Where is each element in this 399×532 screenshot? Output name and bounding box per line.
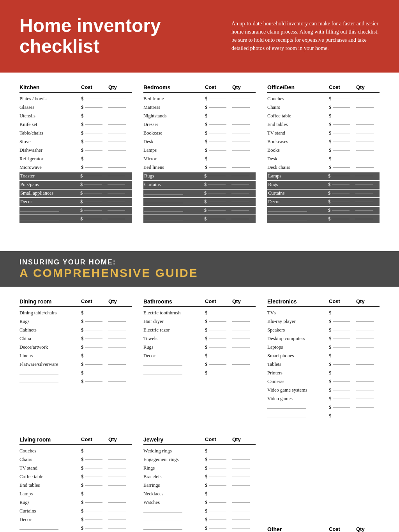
living-items: Couches$ Chairs$ TV stand$ Coffee table$… [19,447,132,532]
list-item: Flatware/silverware$ [19,361,132,369]
header: Home inventory checklist An up-to-date h… [0,0,399,73]
list-item: Bed linens$ [143,164,256,172]
list-item: Small appliances$ [19,190,132,197]
list-item: TVs$ [267,309,380,317]
list-item: Wedding rings$ [143,447,256,455]
list-item: Couches$ [267,95,380,103]
banner: INSURING YOUR HOME: A COMPREHENSIVE GUID… [0,251,399,287]
bedrooms-qty-label: Qty [232,84,256,90]
list-item: Bookcases$ [267,138,380,146]
list-item: China$ [19,335,132,343]
list-item: Linens$ [19,352,132,360]
list-item: $ [143,361,256,369]
list-item: $ [267,207,380,215]
list-item: $ [19,215,132,223]
list-item: Towels$ [143,335,256,343]
list-item: Chairs$ [267,104,380,112]
office-qty-label: Qty [356,84,380,90]
list-item: Lamps$ [267,172,380,180]
living-section: Living room Cost Qty Couches$ Chairs$ TV… [19,436,132,532]
list-item: Speakers$ [267,326,380,334]
list-item: Plates / bowls$ [19,95,132,103]
list-item: Coffee table$ [267,112,380,120]
bedrooms-cost-label: Cost [205,84,232,90]
list-item: Bed frame$ [143,95,256,103]
list-item: End tables$ [19,482,132,489]
list-item: Mattress$ [143,104,256,112]
list-item: Knife set$ [19,121,132,129]
list-item: Electric toothbrush$ [143,309,256,317]
header-title: Home inventory checklist [19,16,208,57]
top-grid: Kitchen Cost Qty Plates / bowls$ Glasses… [19,84,380,236]
list-item: TV stand$ [19,465,132,472]
list-item: Cameras$ [267,378,380,386]
other-cost-label: Cost [329,526,356,532]
list-item: $ [143,525,256,532]
living-cost-label: Cost [81,436,108,443]
bathrooms-cost-label: Cost [205,298,232,305]
electronics-qty-label: Qty [356,298,380,305]
jewelry-qty-label: Qty [232,436,256,443]
jewelry-section: Jewelry Cost Qty Wedding rings$ Engageme… [143,436,256,532]
list-item: Chairs$ [19,456,132,464]
list-item: End tables$ [267,121,380,129]
jewelry-cost-label: Cost [205,436,232,443]
list-item: Decor$ [267,198,380,206]
living-qty-label: Qty [108,436,132,443]
kitchen-cost-label: Cost [81,84,108,90]
list-item: Utensils$ [19,112,132,120]
list-item: Curtains$ [267,190,380,197]
jewelry-title: Jewelry [143,436,205,443]
kitchen-header: Kitchen Cost Qty [19,84,132,93]
bathrooms-qty-label: Qty [232,298,256,305]
list-item: Laptops$ [267,344,380,351]
bathrooms-header: Bathrooms Cost Qty [143,298,256,307]
list-item: Rugs$ [267,181,380,189]
list-item: Curtains$ [143,181,256,189]
list-item: Earrings$ [143,482,256,489]
list-item: Desk chairs$ [267,164,380,172]
list-item: Smart phones$ [267,352,380,360]
list-item: Couches$ [19,447,132,455]
bedrooms-items: Bed frame$ Mattress$ Nightstands$ Dresse… [143,95,256,223]
list-item: Lamps$ [143,147,256,154]
other-header: Other Cost Qty [267,526,380,532]
list-item: Bracelets$ [143,473,256,481]
office-section: Office/Den Cost Qty Couches$ Chairs$ Cof… [267,84,380,224]
bathrooms-section: Bathrooms Cost Qty Electric toothbrush$ … [143,298,256,421]
kitchen-section: Kitchen Cost Qty Plates / bowls$ Glasses… [19,84,132,224]
top-sections: Kitchen Cost Qty Plates / bowls$ Glasses… [0,73,399,251]
list-item: Mirror$ [143,155,256,163]
list-item: Rugs$ [143,172,256,180]
electronics-section: Electronics Cost Qty TVs$ Blu-ray player… [267,298,380,421]
electronics-items: TVs$ Blu-ray player$ Speakers$ Desktop c… [267,309,380,420]
middle-grid: Dining room Cost Qty Dining table/chairs… [19,298,380,433]
list-item: Microwave$ [19,164,132,172]
list-item: Hair dryer$ [143,318,256,326]
other-qty-label: Qty [356,526,380,532]
list-item: Engagement rings$ [143,456,256,464]
jewelry-items: Wedding rings$ Engagement rings$ Rings$ … [143,447,256,532]
list-item: $ [143,507,256,515]
list-item: Decor/artwork$ [19,344,132,351]
list-item: Watches$ [143,499,256,507]
dining-cost-label: Cost [81,298,108,305]
bottom-sections: Dining room Cost Qty Dining table/chairs… [0,298,399,532]
list-item: $ [19,525,132,532]
list-item: Necklaces$ [143,490,256,498]
banner-line2: A COMPREHENSIVE GUIDE [19,266,380,280]
banner-line1: INSURING YOUR HOME: [19,258,380,266]
list-item: $ [267,412,380,420]
list-item: Tablets$ [267,361,380,369]
list-item: Decor$ [19,198,132,206]
list-item: $ [143,516,256,524]
bedrooms-header: Bedrooms Cost Qty [143,84,256,93]
list-item: Pots/pans$ [19,181,132,189]
electronics-title: Electronics [267,298,329,305]
list-item: Bookcase$ [143,129,256,137]
bottom-grid: Living room Cost Qty Couches$ Chairs$ TV… [19,436,380,532]
bedrooms-section: Bedrooms Cost Qty Bed frame$ Mattress$ N… [143,84,256,224]
list-item: Rugs$ [19,499,132,507]
list-item: Refrigerator$ [19,155,132,163]
living-title: Living room [19,436,81,443]
